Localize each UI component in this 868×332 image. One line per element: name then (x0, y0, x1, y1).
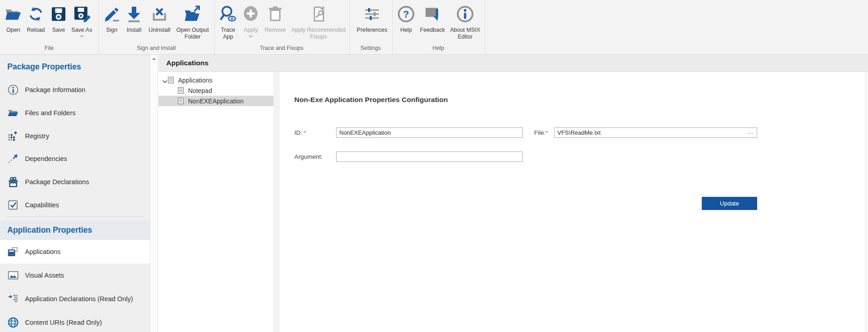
update-button[interactable]: Update (702, 197, 757, 210)
open-folder-icon (4, 5, 22, 23)
ribbon-button-label: Help (396, 27, 417, 34)
sidebar: Package PropertiesPackage InformationFil… (0, 55, 150, 332)
remove-trash-icon (266, 5, 284, 23)
sidebar-section-title-application-properties: Application Properties (0, 221, 150, 235)
scroll-up-button[interactable] (150, 55, 158, 63)
sidebar-item-content-uris-read-only[interactable]: Content URIs (Read Only) (0, 311, 150, 332)
sidebar-scrollbar[interactable] (150, 55, 158, 332)
package-information-icon (7, 84, 19, 96)
tree-node-notepad[interactable]: Notepad (159, 85, 273, 96)
ribbon-group-label-help: Help (432, 45, 444, 51)
ribbon-button-feedback[interactable]: Feedback (417, 2, 448, 34)
sidebar-item-registry[interactable]: Registry (0, 124, 150, 148)
sidebar-item-applications[interactable]: Applications (0, 240, 150, 264)
main-scrollbar[interactable] (865, 72, 868, 332)
content-header-title: Applications (166, 59, 208, 67)
sidebar-item-label: Content URIs (Read Only) (25, 319, 102, 326)
sidebar-section-title-package-properties: Package Properties (7, 62, 81, 72)
ribbon-button-apply[interactable]: Apply (239, 2, 262, 38)
sidebar-item-visual-assets[interactable]: Visual Assets (0, 264, 150, 287)
save-icon (50, 5, 68, 23)
ribbon-button-apply-recommended-fixups[interactable]: Apply Recommended Fixups (288, 2, 348, 40)
sidebar-item-label: Capabilities (25, 201, 59, 209)
content-uris-icon (7, 317, 19, 328)
panel-gutter (273, 72, 280, 332)
id-input[interactable] (336, 127, 523, 138)
application-declarations-icon (7, 293, 19, 305)
file-input[interactable] (554, 127, 757, 138)
save-as-icon (73, 5, 91, 23)
ribbon-toolbar: FileOpenReloadSaveSave AsSign and Instal… (0, 0, 868, 55)
ribbon-button-uninstall[interactable]: Uninstall (144, 2, 175, 34)
tree-node-nonexeapplication[interactable]: NonEXEApplication (159, 96, 273, 106)
sidebar-item-label: Files and Folders (25, 109, 75, 117)
ribbon-button-sign[interactable]: Sign (101, 2, 123, 34)
document-icon (168, 77, 174, 84)
ribbon-group-label-settings: Settings (360, 45, 381, 51)
ribbon-button-save[interactable]: Save (48, 2, 69, 34)
files-and-folders-icon (7, 107, 19, 119)
ribbon-button-label: Feedback (417, 27, 448, 34)
ribbon-button-label: Preferences (352, 27, 392, 34)
ribbon-button-reload[interactable]: Reload (23, 2, 49, 34)
ribbon-button-label: Install (122, 27, 146, 34)
ribbon-button-label: About MSIX Editor (445, 27, 485, 40)
ribbon-group-label-trace-and-fixups: Trace and Fixups (260, 45, 303, 51)
sidebar-item-dependencies[interactable]: Dependencies (0, 147, 150, 171)
msix-editor-window: { "ribbon": { "groups": [ { "label": "Fi… (0, 0, 868, 332)
sidebar-item-application-declarations-read-only[interactable]: Application Declarations (Read Only) (0, 287, 150, 311)
menu-chevron-icon (248, 35, 253, 38)
reload-icon (27, 5, 45, 23)
install-arrow-icon (125, 5, 143, 23)
chevron-down-icon[interactable] (162, 78, 168, 83)
ribbon-button-open[interactable]: Open (2, 2, 25, 34)
preferences-sliders-icon (363, 5, 381, 23)
ribbon-button-label: Open (2, 27, 25, 34)
registry-icon (7, 130, 19, 142)
ribbon-button-label: Sign (101, 27, 123, 34)
sidebar-item-label: Applications (25, 248, 60, 255)
sidebar-item-package-information[interactable]: Package Information (0, 78, 150, 102)
sidebar-item-label: Visual Assets (25, 272, 64, 279)
dependencies-icon (7, 153, 19, 165)
ribbon-button-trace-app[interactable]: Trace App (217, 2, 239, 40)
sidebar-item-package-declarations[interactable]: Package Declarations (0, 170, 150, 194)
ribbon-group-separator (392, 0, 393, 54)
ribbon-button-open-output-folder[interactable]: Open Output Folder (171, 2, 214, 40)
sidebar-item-files-and-folders[interactable]: Files and Folders (0, 101, 150, 125)
sidebar-item-capabilities[interactable]: Capabilities (0, 193, 150, 217)
sidebar-divider (5, 216, 144, 217)
visual-assets-icon (7, 269, 19, 281)
ribbon-button-label: Apply Recommended Fixups (288, 27, 348, 40)
ribbon-group-separator (214, 0, 215, 54)
ribbon-button-remove[interactable]: Remove (261, 2, 289, 34)
ribbon-button-label: Trace App (217, 27, 239, 40)
feedback-icon (423, 5, 441, 23)
ribbon-button-install[interactable]: Install (122, 2, 146, 34)
id-field-label: ID: * (294, 129, 306, 136)
tree-node-applications[interactable]: Applications (159, 75, 273, 85)
browse-button[interactable]: ... (746, 128, 755, 137)
svg-text:?: ? (403, 9, 409, 20)
ribbon-button-about-msix-editor[interactable]: About MSIX Editor (445, 2, 485, 40)
uninstall-icon (150, 5, 169, 23)
ribbon-button-label: Open Output Folder (171, 27, 214, 40)
ribbon-button-help[interactable]: ?Help (396, 2, 417, 34)
applications-tree: ApplicationsNotepadNonEXEApplication (159, 72, 273, 332)
trace-app-icon (219, 5, 237, 23)
ribbon-button-preferences[interactable]: Preferences (352, 2, 392, 34)
content-header: Applications (159, 55, 868, 72)
document-icon (178, 98, 184, 105)
apply-plus-icon (242, 5, 260, 23)
package-declarations-icon (7, 176, 19, 188)
argument-input[interactable] (336, 151, 523, 162)
ribbon-group-label-sign-and-install: Sign and Install (137, 45, 175, 51)
ribbon-group-label-file: File (45, 45, 54, 51)
ribbon-button-save-as[interactable]: Save As (68, 2, 96, 38)
sidebar-item-label: Application Declarations (Read Only) (25, 295, 133, 303)
menu-chevron-icon (79, 35, 84, 38)
sidebar-item-label: Registry (25, 132, 49, 140)
about-info-icon (456, 5, 474, 23)
ribbon-group-separator (99, 0, 99, 54)
sidebar-section-band: Application Properties (0, 221, 150, 240)
